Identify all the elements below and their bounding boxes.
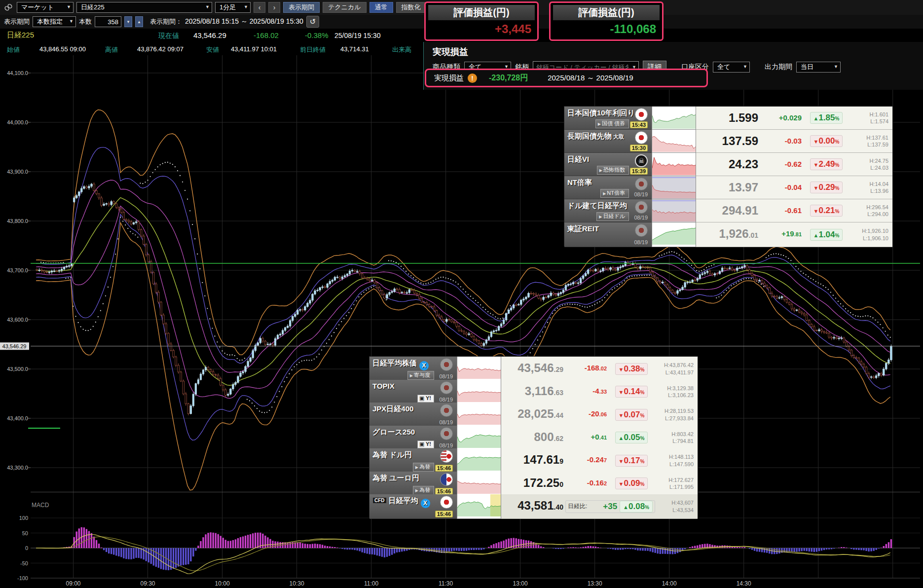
sub-category-button[interactable]: ▶寄与度 <box>407 371 434 380</box>
market-row-name-cell[interactable]: 長期国債先物大取15:30 <box>564 130 652 153</box>
sparkline-cell[interactable] <box>652 222 696 247</box>
yahoo-link-button[interactable]: ▣ Y! <box>417 441 434 448</box>
svg-text:43,600.0: 43,600.0 <box>7 317 28 323</box>
market-row[interactable]: 為替 ユーロ円▶為替15:46172.250-0.162▼0.09%H:172.… <box>369 472 698 495</box>
high-low-values: H:296.54L:294.00 <box>851 199 892 222</box>
change-value: +0.41 <box>564 426 607 450</box>
output-period-select[interactable]: 当日▼ <box>796 62 841 73</box>
change-value: +0.029 <box>759 107 802 130</box>
low-value: 43,411.97 10:01 <box>231 45 277 53</box>
count-down-button[interactable]: ▼ <box>124 16 132 27</box>
next-button[interactable]: › <box>268 2 280 13</box>
market-row-name-cell[interactable]: 日経VI☠▶恐怖指数15:39 <box>564 153 652 176</box>
realized-pl-result[interactable]: 実現損益 ! -230,728円 2025/08/18 ～ 2025/08/19 <box>425 69 708 87</box>
sub-category-button[interactable]: ▶国債 債券 <box>595 119 629 128</box>
timestamp: 08/19 <box>634 191 648 197</box>
instrument-name-label: NT倍率 <box>567 178 592 186</box>
count-input[interactable]: 358 <box>95 16 121 27</box>
share-x-icon[interactable]: X <box>421 499 430 508</box>
sub-category-button[interactable]: ▶恐怖指数 <box>597 166 629 175</box>
market-row-name-cell[interactable]: CFD日経平均X15:46 <box>369 494 457 519</box>
technical-button[interactable]: テクニカル <box>323 2 367 13</box>
indexize-button[interactable]: 指数化 <box>396 2 426 13</box>
sparkline-cell[interactable] <box>457 448 501 473</box>
sparkline-cell[interactable] <box>652 130 696 153</box>
reload-icon[interactable]: ↻ <box>306 16 319 28</box>
svg-text:100: 100 <box>19 515 28 521</box>
current-label: 現在値 <box>158 32 179 40</box>
share-x-icon[interactable]: X <box>419 361 429 370</box>
jp-closed-icon <box>635 224 648 237</box>
symbol-select[interactable]: 日経225▼ <box>76 2 212 13</box>
percent-badge: ▼0.07% <box>615 409 648 421</box>
unrealized-pl-box-2[interactable]: 評価損益(円) -110,068 <box>549 1 664 41</box>
price-value: 172.250 <box>501 472 564 496</box>
high-low-values: H:43,607L:43,534 <box>656 494 698 519</box>
svg-text:09:00: 09:00 <box>66 580 80 587</box>
market-row-name-cell[interactable]: 為替 ユーロ円▶為替15:46 <box>369 472 457 496</box>
market-row-name-cell[interactable]: ドル建て日経平均▶日経ドル08/19 <box>564 199 652 222</box>
display-period-button[interactable]: 表示期間 <box>283 2 320 13</box>
sparkline-cell[interactable] <box>457 494 501 519</box>
market-row[interactable]: ドル建て日経平均▶日経ドル08/19294.91-0.61▼0.21%H:296… <box>564 199 892 222</box>
svg-text:43,900.0: 43,900.0 <box>7 169 28 175</box>
market-row-name-cell[interactable]: 東証REIT08/19 <box>564 222 652 247</box>
market-row[interactable]: 長期国債先物大取15:30137.59-0.03▼0.00%H:137.61L:… <box>564 130 892 153</box>
market-row-name-cell[interactable]: グロース250▣ Y!08/19 <box>369 426 457 450</box>
count-up-button[interactable]: ▲ <box>135 16 143 27</box>
market-row-name-cell[interactable]: 為替 ドル円▶為替15:46 <box>369 448 457 473</box>
mini-sparkline <box>652 153 696 175</box>
mini-sparkline <box>652 130 696 152</box>
instrument-name-label: 東証REIT <box>567 224 599 233</box>
market-row[interactable]: 東証REIT08/191,926.01+19.81▲1.04%H:1,926.1… <box>564 222 892 246</box>
yahoo-link-button[interactable]: ▣ Y! <box>417 395 434 403</box>
market-row[interactable]: JPX日経40008/1928,025.44-20.06▼0.07%H:28,1… <box>369 403 698 426</box>
market-row[interactable]: NT倍率▶NT倍率08/1913.97-0.04▼0.29%H:14.04L:1… <box>564 176 892 199</box>
percent-badge: ▲1.04% <box>810 229 843 241</box>
quote-datetime: 25/08/19 15:30 <box>334 32 380 39</box>
chevron-down-icon: ▼ <box>67 4 71 9</box>
link-icon[interactable] <box>4 3 13 12</box>
sparkline-cell[interactable] <box>457 426 501 450</box>
sub-category-button[interactable]: ▶NT倍率 <box>600 189 629 198</box>
unrealized-pl-box-1[interactable]: 評価損益(円) +3,445 <box>424 1 539 41</box>
market-row[interactable]: TOPIX▣ Y!08/193,116.63-4.33▼0.14%H:3,129… <box>369 380 698 403</box>
market-row[interactable]: 日本国債10年利回り▶国債 債券15:431.599+0.029▲1.85%H:… <box>564 107 892 130</box>
nikkei-diff-box: 日経比:+35▲0.08% <box>565 500 655 513</box>
sparkline-cell[interactable] <box>652 153 696 176</box>
sparkline-cell[interactable] <box>457 472 501 496</box>
percent-badge: ▼0.17% <box>615 455 648 467</box>
market-row[interactable]: 日経VI☠▶恐怖指数15:3924.23-0.62▼2.49%H:24.75L:… <box>564 153 892 176</box>
sparkline-cell[interactable] <box>457 357 501 381</box>
account-type-value: 全て <box>717 63 730 72</box>
interval-select[interactable]: 1分足▼ <box>215 2 251 13</box>
sub-category-button[interactable]: ▶為替 <box>413 463 434 472</box>
high-low-values: H:172.627L:171.995 <box>656 472 698 496</box>
triangle-right-icon: ▶ <box>415 488 418 493</box>
market-row-name-cell[interactable]: 日経平均株価X▶寄与度08/19 <box>369 357 457 381</box>
market-row-name-cell[interactable]: JPX日経40008/19 <box>369 403 457 427</box>
market-row[interactable]: グロース250▣ Y!08/19800.62+0.41▲0.05%H:803.4… <box>369 426 698 449</box>
index-quote-panel-right: 日本国債10年利回り▶国債 債券15:431.599+0.029▲1.85%H:… <box>564 106 893 246</box>
market-select-value: マーケット <box>21 3 54 12</box>
sparkline-cell[interactable] <box>652 107 696 130</box>
account-type-select[interactable]: 全て▼ <box>713 62 750 73</box>
market-row-name-cell[interactable]: TOPIX▣ Y!08/19 <box>369 380 457 404</box>
market-row[interactable]: 日経平均株価X▶寄与度08/1943,546.29-168.02▼0.38%H:… <box>369 357 698 380</box>
sparkline-cell[interactable] <box>457 380 501 404</box>
market-row-name-cell[interactable]: 日本国債10年利回り▶国債 債券15:43 <box>564 107 652 130</box>
market-select[interactable]: マーケット▼ <box>17 2 74 13</box>
market-row[interactable]: CFD日経平均X15:4643,581.40日経比:+35▲0.08%H:43,… <box>369 494 698 517</box>
percent-badge-cell: ▼0.38% <box>607 357 656 381</box>
market-row[interactable]: 為替 ドル円▶為替15:46147.619-0.247▼0.17%H:148.1… <box>369 448 698 472</box>
sub-category-button[interactable]: ▶為替 <box>413 486 434 495</box>
sub-category-button[interactable]: ▶日経ドル <box>596 212 629 221</box>
market-row-name-cell[interactable]: NT倍率▶NT倍率08/19 <box>564 176 652 199</box>
svg-text:11:00: 11:00 <box>364 580 378 587</box>
count-mode-select[interactable]: 本数指定▼ <box>33 16 76 27</box>
normal-mode-button[interactable]: 通常 <box>369 2 393 13</box>
sparkline-cell[interactable] <box>652 199 696 222</box>
sparkline-cell[interactable] <box>652 176 696 199</box>
sparkline-cell[interactable] <box>457 403 501 427</box>
prev-button[interactable]: ‹ <box>254 2 265 13</box>
